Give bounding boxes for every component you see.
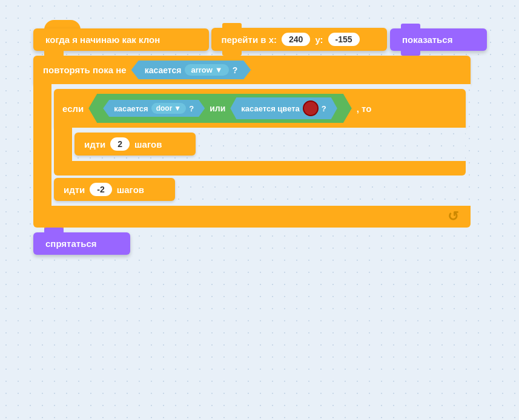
script-group: когда я начинаю как клон перейти в x: 24… xyxy=(33,23,519,255)
hide-label: спрятаться xyxy=(45,238,96,249)
move2-block[interactable]: идти -2 шагов xyxy=(54,178,466,201)
goto-x-input[interactable]: 240 xyxy=(282,33,310,46)
goto-y-label: у: xyxy=(315,34,323,45)
move1-value[interactable]: 2 xyxy=(110,137,130,151)
repeat-until-body: если касается door ▼ ? xyxy=(33,84,471,206)
goto-label: перейти в x: xyxy=(221,34,277,45)
repeat-until-header: повторять пока не касается arrow ▼ ? xyxy=(33,56,471,84)
if-body: идти 2 шагов xyxy=(54,128,466,161)
hat-block[interactable]: когда я начинаю как клон xyxy=(33,28,209,51)
or-label: или xyxy=(210,103,225,113)
repeat-until-footer: ↺ xyxy=(33,206,471,228)
move2-label: идти xyxy=(64,185,85,195)
repeat-label: повторять пока не xyxy=(43,65,127,75)
repeat-question: ? xyxy=(233,65,238,75)
repeat-until-block[interactable]: повторять пока не касается arrow ▼ ? xyxy=(33,56,471,228)
door-dropdown[interactable]: door ▼ xyxy=(151,103,187,114)
sensing-door-bool[interactable]: касается door ▼ ? xyxy=(103,100,205,117)
move2-value[interactable]: -2 xyxy=(90,183,111,196)
arrow-dropdown[interactable]: arrow ▼ xyxy=(185,64,228,76)
if-header: если касается door ▼ ? xyxy=(54,89,466,128)
loop-arrow-icon: ↺ xyxy=(448,209,458,225)
sensing-arrow-bool[interactable]: касается arrow ▼ ? xyxy=(131,61,251,79)
move1-label: идти xyxy=(84,139,105,149)
hat-label-text: когда я начинаю как клон xyxy=(45,34,160,45)
then-label: , то xyxy=(357,103,372,114)
goto-y-input[interactable]: -155 xyxy=(328,33,360,46)
show-block[interactable]: показаться xyxy=(390,28,487,51)
color-swatch[interactable] xyxy=(303,100,319,116)
goto-block[interactable]: перейти в x: 240 у: -155 xyxy=(211,28,387,51)
if-footer xyxy=(54,161,466,176)
door-dropdown-arrow: ▼ xyxy=(174,104,181,113)
or-block: касается door ▼ ? или касается цвета xyxy=(88,94,352,123)
if-label: если xyxy=(62,103,84,114)
move1-block[interactable]: идти 2 шагов xyxy=(74,133,196,156)
repeat-until-inner: если касается door ▼ ? xyxy=(51,84,471,206)
sensing-color-bool[interactable]: касается цвета ? xyxy=(230,97,337,119)
move2-suffix: шагов xyxy=(117,185,144,195)
dropdown-arrow: ▼ xyxy=(215,65,223,74)
if-block[interactable]: если касается door ▼ ? xyxy=(54,89,466,176)
hide-block[interactable]: спрятаться xyxy=(33,232,130,255)
if-inner: идти 2 шагов xyxy=(72,128,466,161)
move1-suffix: шагов xyxy=(134,139,162,149)
hat-block-label: когда я начинаю как клон xyxy=(33,28,209,51)
show-label: показаться xyxy=(402,34,453,45)
